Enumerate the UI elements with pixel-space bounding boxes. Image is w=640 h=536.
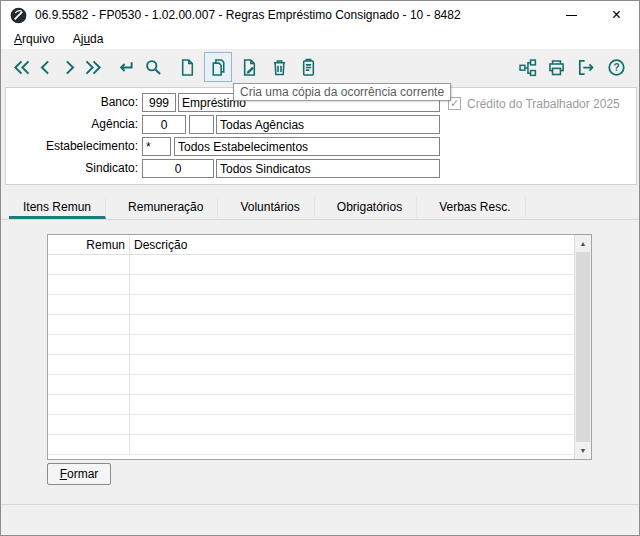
grid-row[interactable] xyxy=(48,275,574,295)
new-record-button[interactable] xyxy=(173,52,201,82)
credito-trabalhador-label: Crédito do Trabalhador 2025 xyxy=(467,97,620,111)
scrollbar-thumb[interactable] xyxy=(576,252,590,442)
grid-row[interactable] xyxy=(48,415,574,435)
app-icon[interactable] xyxy=(10,7,27,24)
descricao-column-header: Descrição xyxy=(130,235,574,254)
first-record-icon xyxy=(11,57,32,78)
delete-record-button[interactable] xyxy=(265,52,293,82)
close-icon: × xyxy=(612,7,621,23)
itens-remun-grid: Remun Descrição ▲ ▼ xyxy=(47,234,592,460)
tab-obrigatorios[interactable]: Obrigatórios xyxy=(323,197,417,219)
app-window: 06.9.5582 - FP0530 - 1.02.00.007 - Regra… xyxy=(0,0,640,536)
copy-document-icon xyxy=(208,57,229,78)
tab-remuneracao[interactable]: Remuneração xyxy=(114,197,218,219)
estabelecimento-label: Estabelecimento: xyxy=(6,137,138,156)
vertical-scrollbar[interactable]: ▲ ▼ xyxy=(574,235,591,459)
estabelecimento-name-input[interactable] xyxy=(174,137,440,156)
related-programs-button[interactable] xyxy=(513,52,541,82)
statusbar xyxy=(1,504,639,535)
copy-record-tooltip: Cria uma cópia da ocorrência corrente xyxy=(233,83,451,101)
menu-item-ajuda[interactable]: Ajuda xyxy=(64,30,113,48)
remun-column-header: Remun xyxy=(48,235,130,254)
grid-row[interactable] xyxy=(48,295,574,315)
trash-icon xyxy=(269,57,290,78)
titlebar: 06.9.5582 - FP0530 - 1.02.00.007 - Regra… xyxy=(1,1,639,29)
scroll-down-button[interactable]: ▼ xyxy=(575,442,591,459)
enter-icon xyxy=(115,57,136,78)
agencia-label: Agência: xyxy=(6,115,138,134)
grid-row[interactable] xyxy=(48,395,574,415)
sindicato-name-input[interactable] xyxy=(216,159,440,178)
grid-header: Remun Descrição xyxy=(48,235,574,255)
agencia-digit-input[interactable] xyxy=(189,115,214,134)
exit-button[interactable] xyxy=(571,52,599,82)
grid-row[interactable] xyxy=(48,315,574,335)
close-button[interactable]: × xyxy=(594,1,639,29)
next-record-icon xyxy=(59,57,80,78)
estabelecimento-code-input[interactable] xyxy=(142,137,171,156)
print-button[interactable] xyxy=(542,52,570,82)
tab-bar: Itens Remun Remuneração Voluntários Obri… xyxy=(1,197,639,220)
search-icon xyxy=(143,57,164,78)
scroll-up-button[interactable]: ▲ xyxy=(575,235,591,252)
agencia-code-input[interactable] xyxy=(142,115,186,134)
go-button[interactable] xyxy=(111,52,139,82)
grid-row[interactable] xyxy=(48,255,574,275)
agencia-name-input[interactable] xyxy=(216,115,440,134)
new-document-icon xyxy=(177,57,198,78)
copy-record-button[interactable] xyxy=(204,52,232,82)
svg-text:?: ? xyxy=(613,62,619,73)
minimize-button[interactable] xyxy=(549,1,594,29)
last-record-button[interactable] xyxy=(79,52,107,82)
previous-record-icon xyxy=(35,57,56,78)
formar-button[interactable]: Formar xyxy=(47,463,111,485)
tab-voluntarios[interactable]: Voluntários xyxy=(226,197,314,219)
paste-button[interactable] xyxy=(294,52,322,82)
toolbar: ? xyxy=(1,49,639,87)
help-icon: ? xyxy=(606,57,627,78)
window-title: 06.9.5582 - FP0530 - 1.02.00.007 - Regra… xyxy=(35,8,461,22)
help-button[interactable]: ? xyxy=(602,52,630,82)
sindicato-code-input[interactable] xyxy=(142,159,214,178)
grid-row[interactable] xyxy=(48,355,574,375)
check-icon: ✓ xyxy=(450,98,459,109)
edit-document-icon xyxy=(239,57,260,78)
tab-verbas-resc[interactable]: Verbas Resc. xyxy=(425,197,525,219)
banco-label: Banco: xyxy=(6,93,138,112)
exit-icon xyxy=(575,57,596,78)
grid-row[interactable] xyxy=(48,375,574,395)
banco-code-input[interactable] xyxy=(142,93,176,112)
search-button[interactable] xyxy=(139,52,167,82)
grid-row[interactable] xyxy=(48,435,574,455)
last-record-icon xyxy=(83,57,104,78)
tab-itens-remun[interactable]: Itens Remun xyxy=(9,197,106,219)
printer-icon xyxy=(546,57,567,78)
sindicato-label: Sindicato: xyxy=(6,159,138,178)
menubar: Arquivo Ajuda xyxy=(1,29,639,49)
scroll-up-icon: ▲ xyxy=(580,240,587,247)
related-programs-icon xyxy=(517,57,538,78)
update-record-button[interactable] xyxy=(235,52,263,82)
clipboard-icon xyxy=(298,57,319,78)
grid-content: Remun Descrição xyxy=(48,235,574,459)
scroll-down-icon: ▼ xyxy=(580,447,587,454)
grid-row[interactable] xyxy=(48,335,574,355)
minimize-icon xyxy=(566,15,577,16)
menu-item-arquivo[interactable]: Arquivo xyxy=(5,30,64,48)
header-form-panel: Banco: ✓ Crédito do Trabalhador 2025 Agê… xyxy=(5,87,637,185)
